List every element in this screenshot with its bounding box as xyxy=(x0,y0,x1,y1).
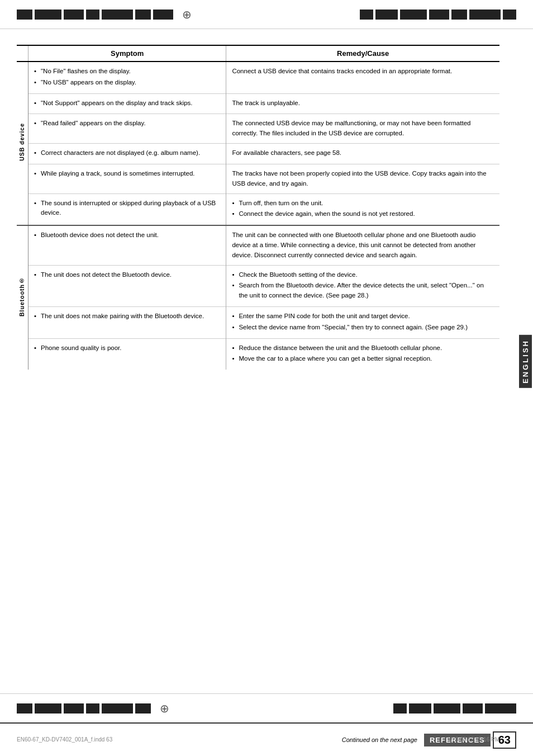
bar-block xyxy=(429,10,449,20)
category-cell: USB device xyxy=(17,62,28,225)
symptom-item: Phone sound quality is poor. xyxy=(34,343,220,353)
bar-block xyxy=(64,703,84,714)
language-label: ENGLISH xyxy=(517,29,533,693)
table-row: "Not Support" appears on the display and… xyxy=(17,93,499,114)
table-row: The sound is interrupted or skipped duri… xyxy=(17,193,499,225)
symptom-cell: Bluetooth device does not detect the uni… xyxy=(28,225,226,265)
bar-block xyxy=(135,703,151,714)
remedy-item: Reduce the distance between the unit and… xyxy=(232,343,494,353)
registration-marks-bottom-right xyxy=(393,703,516,714)
main-content: Symptom Remedy/Cause USB device"No File"… xyxy=(0,29,516,381)
table-row: The unit does not make pairing with the … xyxy=(17,307,499,339)
remedy-cell: Reduce the distance between the unit and… xyxy=(226,338,499,370)
table-row: The unit does not detect the Bluetooth d… xyxy=(17,265,499,306)
symptom-header: Symptom xyxy=(28,45,226,62)
bar-block xyxy=(409,703,431,714)
bar-block xyxy=(86,703,99,714)
english-text: ENGLISH xyxy=(519,335,532,388)
bar-block xyxy=(375,10,398,20)
bar-block xyxy=(503,10,516,20)
table-row: USB device"No File" flashes on the displ… xyxy=(17,62,499,93)
remedy-cell: Enter the same PIN code for both the uni… xyxy=(226,307,499,339)
remedy-cell: Check the Bluetooth setting of the devic… xyxy=(226,265,499,306)
page-footer: EN60-67_KD-DV7402_001A_f.indd 63 Continu… xyxy=(0,722,533,756)
bar-block xyxy=(64,10,84,20)
symptom-cell: "Read failed" appears on the display. xyxy=(28,114,226,144)
bar-block xyxy=(35,10,61,20)
remedy-item: Select the device name from "Special," t… xyxy=(232,323,494,333)
category-label: USB device xyxy=(18,123,27,161)
symptom-item: The unit does not detect the Bluetooth d… xyxy=(34,270,220,280)
bar-block xyxy=(86,10,99,20)
symptom-table: Symptom Remedy/Cause USB device"No File"… xyxy=(17,45,499,370)
bar-block xyxy=(434,703,460,714)
remedy-cell: The track is unplayable. xyxy=(226,93,499,114)
remedy-item: Enter the same PIN code for both the uni… xyxy=(232,311,494,322)
bar-block xyxy=(463,703,483,714)
remedy-item: Check the Bluetooth setting of the devic… xyxy=(232,270,494,280)
symptom-item: Correct characters are not displayed (e.… xyxy=(34,148,220,158)
symptom-item: While playing a track, sound is sometime… xyxy=(34,169,220,179)
registration-mark-bottom-center: ⊕ xyxy=(160,702,169,715)
registration-mark-center: ⊕ xyxy=(182,8,192,21)
bottom-bar: ⊕ xyxy=(0,693,533,722)
bar-block xyxy=(153,10,173,20)
symptom-cell: While playing a track, sound is sometime… xyxy=(28,164,226,193)
category-cell: Bluetooth® xyxy=(17,225,28,370)
table-row: Correct characters are not displayed (e.… xyxy=(17,144,499,164)
bar-block xyxy=(35,703,61,714)
symptom-item: The sound is interrupted or skipped duri… xyxy=(34,199,220,219)
top-bar: ⊕ xyxy=(0,0,533,29)
bar-block xyxy=(17,703,32,714)
registration-marks-bottom-left xyxy=(17,703,151,714)
bar-block xyxy=(102,703,133,714)
symptom-item: "No USB" appears on the display. xyxy=(34,78,220,88)
symptom-item: "Not Support" appears on the display and… xyxy=(34,98,220,108)
symptom-cell: The unit does not make pairing with the … xyxy=(28,307,226,339)
table-row: Phone sound quality is poor.Reduce the d… xyxy=(17,338,499,370)
symptom-cell: The sound is interrupted or skipped duri… xyxy=(28,193,226,225)
bar-block xyxy=(360,10,373,20)
file-info: EN60-67_KD-DV7402_001A_f.indd 63 xyxy=(17,722,112,756)
date-info: 2/20/08 12:15:16 PM xyxy=(448,722,499,756)
bar-block xyxy=(485,703,516,714)
remedy-item: Search from the Bluetooth device. After … xyxy=(232,281,494,301)
bar-block xyxy=(135,10,151,20)
symptom-cell: Correct characters are not displayed (e.… xyxy=(28,144,226,164)
remedy-cell: Connect a USB device that contains track… xyxy=(226,62,499,93)
bar-block xyxy=(451,10,467,20)
bar-block xyxy=(17,10,32,20)
bar-block xyxy=(393,703,407,714)
remedy-header: Remedy/Cause xyxy=(226,45,499,62)
symptom-item: "No File" flashes on the display. xyxy=(34,67,220,77)
continued-text: Continued on the next page xyxy=(342,736,417,743)
symptom-item: "Read failed" appears on the display. xyxy=(34,119,220,129)
symptom-cell: The unit does not detect the Bluetooth d… xyxy=(28,265,226,306)
registration-marks-left xyxy=(17,10,173,20)
registration-marks-right xyxy=(360,10,516,20)
remedy-cell: The unit can be connected with one Bluet… xyxy=(226,225,499,265)
remedy-cell: For available characters, see page 58. xyxy=(226,144,499,164)
bar-block xyxy=(469,10,501,20)
symptom-cell: "Not Support" appears on the display and… xyxy=(28,93,226,114)
remedy-item: Move the car to a place where you can ge… xyxy=(232,354,494,364)
symptom-item: Bluetooth device does not detect the uni… xyxy=(34,230,220,240)
symptom-item: The unit does not make pairing with the … xyxy=(34,311,220,322)
symptom-cell: "No File" flashes on the display."No USB… xyxy=(28,62,226,93)
remedy-item: Connect the device again, when the sound… xyxy=(232,209,494,219)
symptom-cell: Phone sound quality is poor. xyxy=(28,338,226,370)
table-row: "Read failed" appears on the display.The… xyxy=(17,114,499,144)
remedy-cell: The connected USB device may be malfunct… xyxy=(226,114,499,144)
category-label: Bluetooth® xyxy=(18,277,27,316)
bar-block xyxy=(102,10,133,20)
remedy-item: Turn off, then turn on the unit. xyxy=(232,199,494,209)
table-row: Bluetooth®Bluetooth device does not dete… xyxy=(17,225,499,265)
bar-block xyxy=(400,10,427,20)
table-row: While playing a track, sound is sometime… xyxy=(17,164,499,193)
remedy-cell: Turn off, then turn on the unit.Connect … xyxy=(226,193,499,225)
remedy-cell: The tracks have not been properly copied… xyxy=(226,164,499,193)
